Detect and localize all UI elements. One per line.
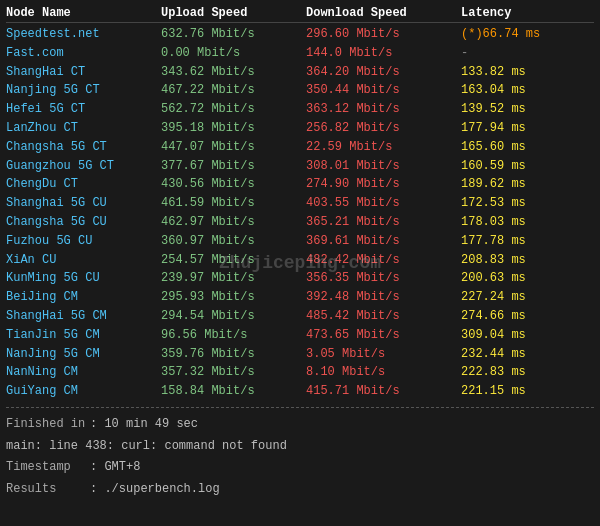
latency-cell: 163.04 ms [461,82,581,99]
node-cell: Fast.com [6,45,161,62]
table-row: TianJin 5G CM96.56 Mbit/s473.65 Mbit/s30… [6,326,594,345]
table-row: Speedtest.net632.76 Mbit/s296.60 Mbit/s(… [6,25,594,44]
results-value: : ./superbench.log [90,479,220,501]
table-row: NanJing 5G CM359.76 Mbit/s3.05 Mbit/s232… [6,345,594,364]
timestamp-label: Timestamp [6,457,86,479]
header-node: Node Name [6,6,161,20]
upload-cell: 158.84 Mbit/s [161,383,306,400]
footer-section: Finished in : 10 min 49 sec main: line 4… [6,414,594,500]
latency-cell: 221.15 ms [461,383,581,400]
download-cell: 256.82 Mbit/s [306,120,461,137]
table-row: Changsha 5G CU462.97 Mbit/s365.21 Mbit/s… [6,213,594,232]
upload-cell: 562.72 Mbit/s [161,101,306,118]
latency-cell: 309.04 ms [461,327,581,344]
upload-cell: 430.56 Mbit/s [161,176,306,193]
table-header: Node Name Upload Speed Download Speed La… [6,4,594,23]
node-cell: ChengDu CT [6,176,161,193]
latency-cell: 200.63 ms [461,270,581,287]
table-row: Hefei 5G CT562.72 Mbit/s363.12 Mbit/s139… [6,100,594,119]
header-latency: Latency [461,6,581,20]
error-row: main: line 438: curl: command not found [6,436,594,458]
node-cell: TianJin 5G CM [6,327,161,344]
download-cell: 356.35 Mbit/s [306,270,461,287]
download-cell: 473.65 Mbit/s [306,327,461,344]
upload-cell: 461.59 Mbit/s [161,195,306,212]
main-container: Node Name Upload Speed Download Speed La… [0,0,600,504]
upload-cell: 239.97 Mbit/s [161,270,306,287]
node-cell: ShangHai CT [6,64,161,81]
latency-cell: 222.83 ms [461,364,581,381]
download-cell: 364.20 Mbit/s [306,64,461,81]
download-cell: 485.42 Mbit/s [306,308,461,325]
upload-cell: 254.57 Mbit/s [161,252,306,269]
download-cell: 308.01 Mbit/s [306,158,461,175]
upload-cell: 294.54 Mbit/s [161,308,306,325]
node-cell: Changsha 5G CU [6,214,161,231]
download-cell: 365.21 Mbit/s [306,214,461,231]
node-cell: Guangzhou 5G CT [6,158,161,175]
download-cell: 392.48 Mbit/s [306,289,461,306]
latency-cell: 172.53 ms [461,195,581,212]
upload-cell: 343.62 Mbit/s [161,64,306,81]
download-cell: 3.05 Mbit/s [306,346,461,363]
table-row: Shanghai 5G CU461.59 Mbit/s403.55 Mbit/s… [6,194,594,213]
table-row: Changsha 5G CT447.07 Mbit/s22.59 Mbit/s1… [6,138,594,157]
node-cell: NanJing 5G CM [6,346,161,363]
upload-cell: 395.18 Mbit/s [161,120,306,137]
latency-cell: - [461,45,581,62]
upload-cell: 357.32 Mbit/s [161,364,306,381]
node-cell: Changsha 5G CT [6,139,161,156]
node-cell: Fuzhou 5G CU [6,233,161,250]
node-cell: GuiYang CM [6,383,161,400]
latency-cell: 232.44 ms [461,346,581,363]
node-cell: KunMing 5G CU [6,270,161,287]
table-row: Fast.com0.00 Mbit/s144.0 Mbit/s- [6,44,594,63]
download-cell: 403.55 Mbit/s [306,195,461,212]
latency-cell: 189.62 ms [461,176,581,193]
download-cell: 415.71 Mbit/s [306,383,461,400]
table-row: ShangHai CT343.62 Mbit/s364.20 Mbit/s133… [6,63,594,82]
download-cell: 363.12 Mbit/s [306,101,461,118]
speed-table: Node Name Upload Speed Download Speed La… [6,4,594,401]
upload-cell: 377.67 Mbit/s [161,158,306,175]
upload-cell: 0.00 Mbit/s [161,45,306,62]
table-row: XiAn CU254.57 Mbit/s482.42 Mbit/s208.83 … [6,251,594,270]
table-row: Fuzhou 5G CU360.97 Mbit/s369.61 Mbit/s17… [6,232,594,251]
node-cell: BeiJing CM [6,289,161,306]
node-cell: Nanjing 5G CT [6,82,161,99]
download-cell: 482.42 Mbit/s [306,252,461,269]
node-cell: Speedtest.net [6,26,161,43]
finished-label: Finished in [6,414,86,436]
table-row: BeiJing CM295.93 Mbit/s392.48 Mbit/s227.… [6,288,594,307]
timestamp-row: Timestamp : GMT+8 [6,457,594,479]
node-cell: ShangHai 5G CM [6,308,161,325]
download-cell: 274.90 Mbit/s [306,176,461,193]
latency-cell: 165.60 ms [461,139,581,156]
node-cell: XiAn CU [6,252,161,269]
table-row: LanZhou CT395.18 Mbit/s256.82 Mbit/s177.… [6,119,594,138]
download-cell: 350.44 Mbit/s [306,82,461,99]
latency-cell: 177.78 ms [461,233,581,250]
timestamp-value: : GMT+8 [90,457,140,479]
table-row: NanNing CM357.32 Mbit/s8.10 Mbit/s222.83… [6,363,594,382]
latency-cell: 208.83 ms [461,252,581,269]
table-row: ShangHai 5G CM294.54 Mbit/s485.42 Mbit/s… [6,307,594,326]
upload-cell: 632.76 Mbit/s [161,26,306,43]
header-upload: Upload Speed [161,6,306,20]
upload-cell: 360.97 Mbit/s [161,233,306,250]
latency-cell: 139.52 ms [461,101,581,118]
download-cell: 22.59 Mbit/s [306,139,461,156]
upload-cell: 462.97 Mbit/s [161,214,306,231]
section-divider [6,407,594,408]
upload-cell: 96.56 Mbit/s [161,327,306,344]
node-cell: LanZhou CT [6,120,161,137]
table-body: Speedtest.net632.76 Mbit/s296.60 Mbit/s(… [6,25,594,401]
results-label: Results [6,479,86,501]
finished-value: : 10 min 49 sec [90,414,198,436]
upload-cell: 359.76 Mbit/s [161,346,306,363]
node-cell: NanNing CM [6,364,161,381]
upload-cell: 467.22 Mbit/s [161,82,306,99]
latency-cell: 227.24 ms [461,289,581,306]
latency-cell: 274.66 ms [461,308,581,325]
node-cell: Hefei 5G CT [6,101,161,118]
